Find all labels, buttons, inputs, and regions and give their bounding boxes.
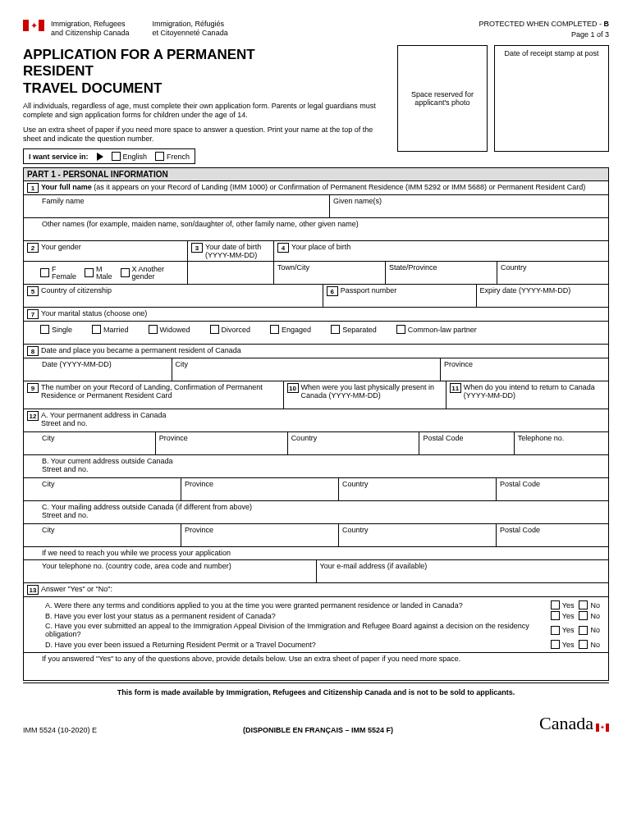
addr-a-country[interactable]: Country [288, 432, 420, 455]
marital-separated[interactable]: Separated [331, 325, 377, 334]
addr-a-city[interactable]: City [24, 432, 156, 455]
addr-b-country[interactable]: Country [339, 478, 497, 501]
q13b-label: B. Have you ever lost your status as a p… [45, 612, 544, 620]
instruction-1: All individuals, regardless of age, must… [23, 102, 391, 121]
marital-single[interactable]: Single [40, 325, 72, 334]
q1-num: 1 [27, 183, 39, 193]
service-language-row: I want service in: English French [23, 148, 195, 164]
addr-c-country[interactable]: Country [339, 524, 497, 547]
addr-b-city[interactable]: City [24, 478, 181, 501]
addr-a-street[interactable]: 12 A. Your permanent address in CanadaSt… [24, 409, 608, 432]
q12-num: 12 [27, 411, 39, 421]
birth-town-field[interactable]: Town/City [274, 262, 386, 285]
service-label: I want service in: [29, 153, 89, 161]
page-number: Page 1 of 3 [479, 30, 609, 39]
form-title: APPLICATION FOR A PERMANENT RESIDENT TRA… [23, 47, 391, 97]
photo-box: Space reserved for applicant's photo [397, 45, 488, 152]
addr-c-city[interactable]: City [24, 524, 181, 547]
reach-label: If we need to reach you while we process… [24, 547, 608, 560]
q7-label: Your marital status (choose one) [41, 309, 147, 317]
other-names-field[interactable]: Other names (for example, maiden name, s… [24, 218, 608, 241]
dept-signature: ✦ Immigration, Refugeesand Citizenship C… [23, 20, 228, 38]
passport-expiry-field[interactable]: Expiry date (YYYY-MM-DD) [477, 285, 608, 308]
canada-wordmark: Canada ✦ [539, 713, 609, 734]
q8-num: 8 [27, 346, 39, 356]
gender-m[interactable]: MMale [85, 266, 112, 281]
addr-b-postal[interactable]: Postal Code [497, 478, 608, 501]
stamp-box: Date of receipt stamp at post [494, 45, 609, 152]
addr-c-street[interactable]: C. Your mailing address outside Canada (… [24, 501, 608, 524]
checkbox-french[interactable] [155, 152, 164, 161]
addr-a-postal[interactable]: Postal Code [419, 432, 514, 455]
q13c-label: C. Have you ever submitted an appeal to … [45, 622, 544, 638]
addr-c-postal[interactable]: Postal Code [497, 524, 608, 547]
q13a-no[interactable]: No [579, 600, 600, 609]
gender-x[interactable]: X Anothergender [121, 266, 165, 281]
q3-label: Your date of birth(YYYY-MM-DD) [205, 243, 261, 259]
q7-num: 7 [27, 309, 39, 319]
passport-field[interactable]: 6Passport number [323, 285, 477, 308]
q10-num: 10 [287, 383, 299, 393]
q8-label: Date and place you became a permanent re… [41, 346, 241, 354]
pr-province-field[interactable]: Province [441, 358, 608, 381]
q13b-no[interactable]: No [579, 611, 600, 620]
q4-num: 4 [277, 243, 289, 253]
header: ✦ Immigration, Refugeesand Citizenship C… [23, 20, 609, 39]
marital-divorced[interactable]: Divorced [210, 325, 251, 334]
citizenship-field[interactable]: 5Country of citizenship [24, 285, 323, 308]
dob-field[interactable] [188, 262, 274, 285]
q13d-yes[interactable]: Yes [551, 640, 575, 649]
q4-label: Your place of birth [291, 243, 350, 251]
q13a-label: A. Were there any terms and conditions a… [45, 601, 544, 609]
q9-num: 9 [27, 383, 39, 393]
marital-engaged[interactable]: Engaged [270, 325, 311, 334]
addr-c-province[interactable]: Province [181, 524, 339, 547]
pr-city-field[interactable]: City [172, 358, 442, 381]
service-french-option[interactable]: French [155, 152, 190, 161]
record-number-field[interactable]: 9The number on your Record of Landing, C… [24, 381, 284, 409]
given-names-field[interactable]: Given name(s) [330, 195, 608, 218]
gender-f[interactable]: FFemale [40, 266, 76, 281]
addr-a-province[interactable]: Province [156, 432, 288, 455]
instruction-2: Use an extra sheet of paper if you need … [23, 126, 391, 144]
q13c-no[interactable]: No [579, 626, 600, 635]
addr-a-tel[interactable]: Telephone no. [515, 432, 608, 455]
canada-flag-icon: ✦ [596, 724, 609, 732]
q11-num: 11 [450, 383, 461, 393]
birth-country-field[interactable]: Country [497, 262, 608, 285]
protected-label: PROTECTED WHEN COMPLETED - B [479, 20, 609, 28]
dept-name-fr: Immigration, Réfugiéset Citoyenneté Cana… [153, 20, 228, 38]
q2-label: Your gender [41, 243, 81, 251]
return-date-field[interactable]: 11When do you intend to return to Canada… [447, 381, 608, 409]
q13-details-field[interactable]: If you answered "Yes" to any of the ques… [24, 653, 608, 681]
canada-flag-icon: ✦ [23, 20, 44, 31]
pr-date-field[interactable]: Date (YYYY-MM-DD) [24, 358, 172, 381]
q13b-yes[interactable]: Yes [551, 611, 575, 620]
q6-num: 6 [327, 286, 338, 296]
dept-name-en: Immigration, Refugeesand Citizenship Can… [51, 20, 130, 38]
marital-widowed[interactable]: Widowed [149, 325, 190, 334]
q13d-label: D. Have you ever been issued a Returning… [45, 641, 544, 649]
service-english-option[interactable]: English [112, 152, 148, 161]
q13c-yes[interactable]: Yes [551, 626, 575, 635]
part1-heading: PART 1 - PERSONAL INFORMATION [23, 167, 609, 181]
q5-num: 5 [27, 286, 39, 296]
checkbox-english[interactable] [112, 152, 121, 161]
q13d-no[interactable]: No [579, 640, 600, 649]
addr-b-street[interactable]: B. Your current address outside CanadaSt… [24, 455, 608, 478]
addr-b-province[interactable]: Province [181, 478, 339, 501]
last-present-field[interactable]: 10When were you last physically present … [284, 381, 447, 409]
reach-email-field[interactable]: Your e-mail address (if available) [317, 560, 609, 583]
french-avail: (DISPONIBLE EN FRANÇAIS – IMM 5524 F) [243, 726, 393, 734]
family-name-field[interactable]: Family name [24, 195, 330, 218]
marital-married[interactable]: Married [92, 325, 129, 334]
q13a-yes[interactable]: Yes [551, 600, 575, 609]
q2-num: 2 [27, 243, 39, 253]
birth-state-field[interactable]: State/Province [386, 262, 497, 285]
reach-phone-field[interactable]: Your telephone no. (country code, area c… [24, 560, 317, 583]
play-icon [97, 153, 103, 161]
form-id: IMM 5524 (10-2020) E [23, 726, 97, 734]
q1-label: Your full name Your full name (as it app… [41, 183, 585, 191]
marital-commonlaw[interactable]: Common-law partner [396, 325, 477, 334]
q13-intro: Answer "Yes" or "No": [41, 585, 112, 593]
